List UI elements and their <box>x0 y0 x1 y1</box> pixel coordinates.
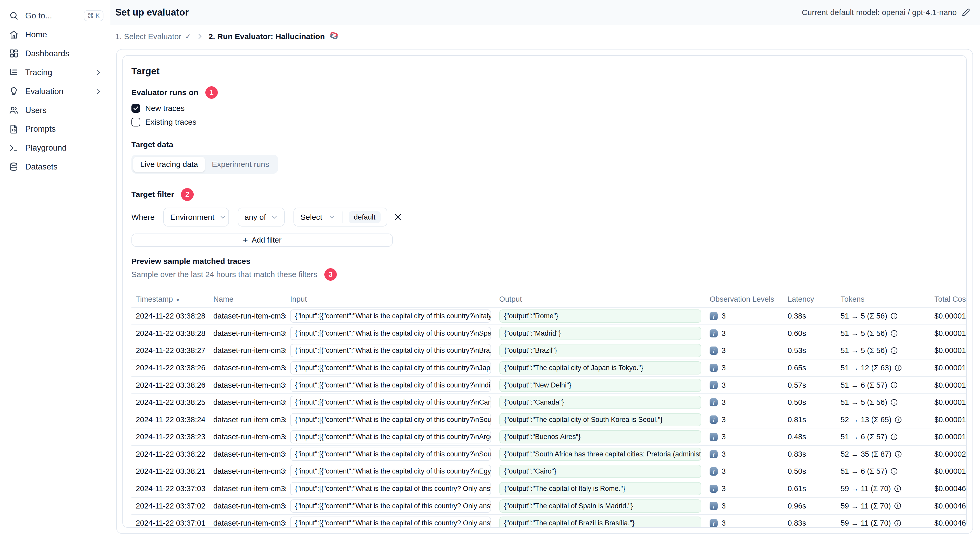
users-icon <box>9 105 19 115</box>
cell-latency: 0.38s <box>783 312 836 320</box>
cell-total-cost: $0.000029 <box>930 450 967 459</box>
table-row[interactable]: 2024-11-22 03:38:27 dataset-run-item-cm3… <box>132 342 967 360</box>
cell-timestamp: 2024-11-22 03:38:22 <box>132 450 209 459</box>
cell-timestamp: 2024-11-22 03:37:03 <box>132 484 209 493</box>
column-header-input[interactable]: Input <box>286 295 495 303</box>
filter-operator-select[interactable]: any of <box>238 208 285 227</box>
sidebar-item-datasets[interactable]: Datasets <box>0 157 110 176</box>
cell-observation-levels: 3 <box>705 433 783 441</box>
sidebar-item-dashboards[interactable]: Dashboards <box>0 44 110 63</box>
prompts-icon <box>9 124 19 134</box>
cell-latency: 0.60s <box>783 329 836 338</box>
runs-on-label-row: Evaluator runs on 1 <box>132 86 967 99</box>
cell-timestamp: 2024-11-22 03:38:26 <box>132 364 209 372</box>
sidebar-item-tracing[interactable]: Tracing <box>0 63 110 82</box>
column-header-name[interactable]: Name <box>209 295 286 303</box>
checkbox-existing-traces[interactable]: Existing traces <box>132 118 967 127</box>
sidebar-item-prompts[interactable]: Prompts <box>0 120 110 139</box>
sidebar-item-users[interactable]: Users <box>0 101 110 120</box>
info-circle-icon[interactable] <box>890 347 898 354</box>
info-emoji-icon <box>710 450 718 459</box>
column-header-latency[interactable]: Latency <box>783 295 836 303</box>
table-row[interactable]: 2024-11-22 03:38:26 dataset-run-item-cm3… <box>132 377 967 394</box>
cell-timestamp: 2024-11-22 03:37:02 <box>132 502 209 510</box>
info-circle-icon[interactable] <box>894 485 902 492</box>
info-circle-icon[interactable] <box>894 451 902 458</box>
home-icon <box>9 30 19 40</box>
cell-output: {"output":"Rome"} <box>495 310 705 323</box>
table-row[interactable]: 2024-11-22 03:38:21 dataset-run-item-cm3… <box>132 463 967 481</box>
cell-tokens: 51 → 12 (Σ 63) <box>836 364 930 372</box>
column-header-tokens[interactable]: Tokens <box>836 295 930 303</box>
edit-pencil-icon[interactable] <box>962 8 970 17</box>
shortcut-badge: ⌘ K <box>84 10 103 21</box>
breadcrumb-step1[interactable]: 1. Select Evaluator ✓ <box>115 32 191 41</box>
table-row[interactable]: 2024-11-22 03:38:23 dataset-run-item-cm3… <box>132 429 967 446</box>
step-badge-2: 2 <box>181 188 194 201</box>
goto-search[interactable]: Go to... ⌘ K <box>0 6 110 25</box>
column-header-timestamp[interactable]: Timestamp▼ <box>132 295 209 303</box>
add-filter-button[interactable]: + Add filter <box>132 233 393 247</box>
info-emoji-icon <box>710 399 718 407</box>
info-circle-icon[interactable] <box>890 381 898 389</box>
default-model-row: Current default model: openai / gpt-4.1-… <box>802 8 970 17</box>
info-circle-icon[interactable] <box>890 330 898 337</box>
remove-filter-icon[interactable] <box>393 213 402 222</box>
column-header-output[interactable]: Output <box>495 295 705 303</box>
info-circle-icon[interactable] <box>890 433 898 441</box>
sidebar-item-home[interactable]: Home <box>0 25 110 44</box>
tab-experiment-runs[interactable]: Experiment runs <box>205 157 276 172</box>
cell-observation-levels: 3 <box>705 346 783 355</box>
cell-total-cost: $0.000011 ( <box>930 433 967 441</box>
info-circle-icon[interactable] <box>894 519 902 527</box>
table-row[interactable]: 2024-11-22 03:38:25 dataset-run-item-cm3… <box>132 394 967 411</box>
table-row[interactable]: 2024-11-22 03:38:24 dataset-run-item-cm3… <box>132 411 967 429</box>
table-row[interactable]: 2024-11-22 03:37:02 dataset-run-item-cm3… <box>132 498 967 515</box>
table-body: 2024-11-22 03:38:28 dataset-run-item-cm3… <box>132 308 967 528</box>
dashboards-icon <box>9 48 19 59</box>
info-circle-icon[interactable] <box>890 312 898 320</box>
cell-name: dataset-run-item-cm3s4 <box>209 416 286 424</box>
cell-total-cost: $0.000011 ( <box>930 329 967 338</box>
top-header-bar: Set up evaluator Current default model: … <box>110 0 980 25</box>
cell-total-cost: $0.00046 ( <box>930 484 967 493</box>
sidebar-item-playground[interactable]: Playground <box>0 138 110 157</box>
table-row[interactable]: 2024-11-22 03:38:22 dataset-run-item-cm3… <box>132 446 967 463</box>
filter-column-select[interactable]: Environment <box>163 208 229 227</box>
cell-observation-levels: 3 <box>705 364 783 372</box>
info-circle-icon[interactable] <box>894 502 902 510</box>
column-header-cost[interactable]: Total Cost <box>930 295 967 303</box>
table-row[interactable]: 2024-11-22 03:37:03 dataset-run-item-cm3… <box>132 480 967 498</box>
filter-value-select[interactable]: Select default <box>293 208 387 227</box>
chevron-separator-icon <box>196 33 204 40</box>
info-circle-icon[interactable] <box>894 416 902 424</box>
cell-output: {"output":"Canada"} <box>495 396 705 409</box>
step-badge-3: 3 <box>325 268 337 281</box>
tab-live-tracing-data[interactable]: Live tracing data <box>133 157 205 172</box>
cell-timestamp: 2024-11-22 03:38:23 <box>132 433 209 441</box>
table-row[interactable]: 2024-11-22 03:38:28 dataset-run-item-cm3… <box>132 308 967 325</box>
cell-input: {"input":[{"content":"What is the capita… <box>286 465 495 478</box>
cell-observation-levels: 3 <box>705 329 783 338</box>
checkbox-unchecked-icon <box>132 118 140 127</box>
cell-tokens: 51 → 6 (Σ 57) <box>836 433 930 441</box>
preview-subtitle-row: Sample over the last 24 hours that match… <box>132 268 967 281</box>
info-circle-icon[interactable] <box>890 468 898 475</box>
info-circle-icon[interactable] <box>894 364 902 372</box>
column-header-obs[interactable]: Observation Levels <box>705 295 783 303</box>
cell-observation-levels: 3 <box>705 519 783 527</box>
checkbox-new-traces[interactable]: New traces <box>132 104 967 113</box>
cell-name: dataset-run-item-cm3s4 <box>209 329 286 338</box>
cell-input: {"input":[{"content":"What is the capita… <box>286 361 495 375</box>
table-row[interactable]: 2024-11-22 03:38:26 dataset-run-item-cm3… <box>132 359 967 377</box>
cell-name: dataset-run-item-cm3s4 <box>209 433 286 441</box>
info-circle-icon[interactable] <box>890 399 898 406</box>
cell-latency: 0.96s <box>783 502 836 510</box>
sidebar-item-evaluation[interactable]: Evaluation <box>0 82 110 101</box>
cell-name: dataset-run-item-cm3s4 <box>209 346 286 355</box>
chevron-right-icon <box>95 87 102 95</box>
evaluator-form-card: Target Evaluator runs on 1 New traces Ex… <box>116 49 973 534</box>
table-row[interactable]: 2024-11-22 03:37:01 dataset-run-item-cm3… <box>132 515 967 528</box>
info-emoji-icon <box>710 346 718 355</box>
table-row[interactable]: 2024-11-22 03:38:28 dataset-run-item-cm3… <box>132 325 967 342</box>
